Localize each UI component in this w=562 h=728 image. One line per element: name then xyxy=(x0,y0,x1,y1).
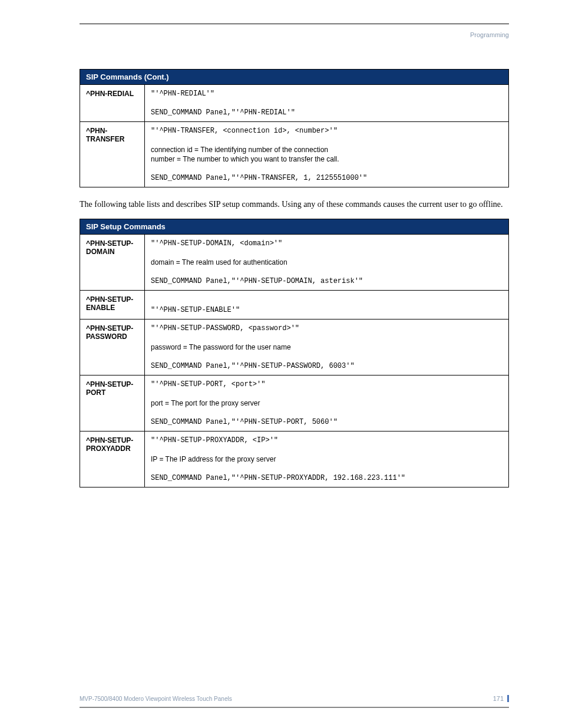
command-line: "'^PHN-REDIAL'" xyxy=(151,90,503,98)
command-line: SEND_COMMAND Panel,"'^PHN-TRANSFER, 1, 2… xyxy=(151,174,503,182)
command-line: "'^PHN-SETUP-PROXYADDR, <IP>'" xyxy=(151,436,503,444)
command-name-cell: ^PHN-SETUP-DOMAIN xyxy=(80,235,145,291)
bottom-rule xyxy=(80,707,509,708)
page-header: Programming xyxy=(80,29,509,39)
page-container: Programming SIP Commands (Cont.) ^PHN-RE… xyxy=(0,24,562,704)
command-line: "'^PHN-SETUP-ENABLE'" xyxy=(151,306,503,314)
command-line: "'^PHN-SETUP-PORT, <port>'" xyxy=(151,380,503,388)
table-row: ^PHN-SETUP-PASSWORD"'^PHN-SETUP-PASSWORD… xyxy=(80,319,509,375)
command-desc-cell: "'^PHN-SETUP-DOMAIN, <domain>'"domain = … xyxy=(145,235,509,291)
footer-page-number: 171 xyxy=(493,695,509,702)
command-line: SEND_COMMAND Panel,"'^PHN-SETUP-DOMAIN, … xyxy=(151,277,503,285)
table-row: ^PHN-SETUP-PORT"'^PHN-SETUP-PORT, <port>… xyxy=(80,375,509,431)
command-line: SEND_COMMAND Panel,"'^PHN-SETUP-PROXYADD… xyxy=(151,474,503,482)
header-section-label: Programming xyxy=(470,31,509,38)
command-name-cell: ^PHN-SETUP-PASSWORD xyxy=(80,319,145,375)
command-line: domain = The realm used for authenticati… xyxy=(151,258,503,266)
top-rule xyxy=(80,24,509,24)
command-line: SEND_COMMAND Panel,"'^PHN-SETUP-PORT, 50… xyxy=(151,418,503,426)
table-row: ^PHN-SETUP-PROXYADDR"'^PHN-SETUP-PROXYAD… xyxy=(80,431,509,487)
command-name-cell: ^PHN-SETUP-ENABLE xyxy=(80,291,145,319)
table1-title: SIP Commands (Cont.) xyxy=(80,70,509,85)
command-line: SEND_COMMAND Panel,"'^PHN-SETUP-PASSWORD… xyxy=(151,362,503,370)
footer-doc-title: MVP-7500/8400 Modero Viewpoint Wireless … xyxy=(80,696,232,702)
command-desc-cell: "'^PHN-SETUP-ENABLE'" xyxy=(145,291,509,319)
sip-commands-table: SIP Commands (Cont.) ^PHN-REDIAL"'^PHN-R… xyxy=(80,69,509,187)
command-name-cell: ^PHN-SETUP-PROXYADDR xyxy=(80,431,145,487)
sip-setup-commands-table: SIP Setup Commands ^PHN-SETUP-DOMAIN"'^P… xyxy=(80,219,509,487)
command-line: number = The number to which you want to… xyxy=(151,155,503,163)
table-row: ^PHN-REDIAL"'^PHN-REDIAL'"SEND_COMMAND P… xyxy=(80,85,509,122)
table-row: ^PHN-TRANSFER"'^PHN-TRANSFER, <connectio… xyxy=(80,122,509,187)
table-row: ^PHN-SETUP-DOMAIN"'^PHN-SETUP-DOMAIN, <d… xyxy=(80,235,509,291)
command-desc-cell: "'^PHN-SETUP-PORT, <port>'"port = The po… xyxy=(145,375,509,431)
command-desc-cell: "'^PHN-TRANSFER, <connection id>, <numbe… xyxy=(145,122,509,187)
command-line: "'^PHN-SETUP-PASSWORD, <password>'" xyxy=(151,324,503,332)
page-footer: MVP-7500/8400 Modero Viewpoint Wireless … xyxy=(80,695,509,704)
command-desc-cell: "'^PHN-REDIAL'"SEND_COMMAND Panel,"'^PHN… xyxy=(145,85,509,122)
table-row: ^PHN-SETUP-ENABLE "'^PHN-SETUP-ENABLE'" xyxy=(80,291,509,319)
command-line: password = The password for the user nam… xyxy=(151,343,503,351)
command-line: SEND_COMMAND Panel,"'^PHN-REDIAL'" xyxy=(151,108,503,117)
command-name-cell: ^PHN-TRANSFER xyxy=(80,122,145,187)
intro-paragraph: The following table lists and describes … xyxy=(80,198,509,210)
table2-title: SIP Setup Commands xyxy=(80,219,509,235)
command-desc-cell: "'^PHN-SETUP-PROXYADDR, <IP>'"IP = The I… xyxy=(145,431,509,487)
command-name-cell: ^PHN-SETUP-PORT xyxy=(80,375,145,431)
command-line: port = The port for the proxy server xyxy=(151,399,503,407)
command-line: IP = The IP address for the proxy server xyxy=(151,455,503,463)
command-desc-cell: "'^PHN-SETUP-PASSWORD, <password>'"passw… xyxy=(145,319,509,375)
command-line: "'^PHN-TRANSFER, <connection id>, <numbe… xyxy=(151,127,503,135)
command-line: "'^PHN-SETUP-DOMAIN, <domain>'" xyxy=(151,239,503,248)
command-line: connection id = The identifying number o… xyxy=(151,146,503,154)
command-name-cell: ^PHN-REDIAL xyxy=(80,85,145,122)
